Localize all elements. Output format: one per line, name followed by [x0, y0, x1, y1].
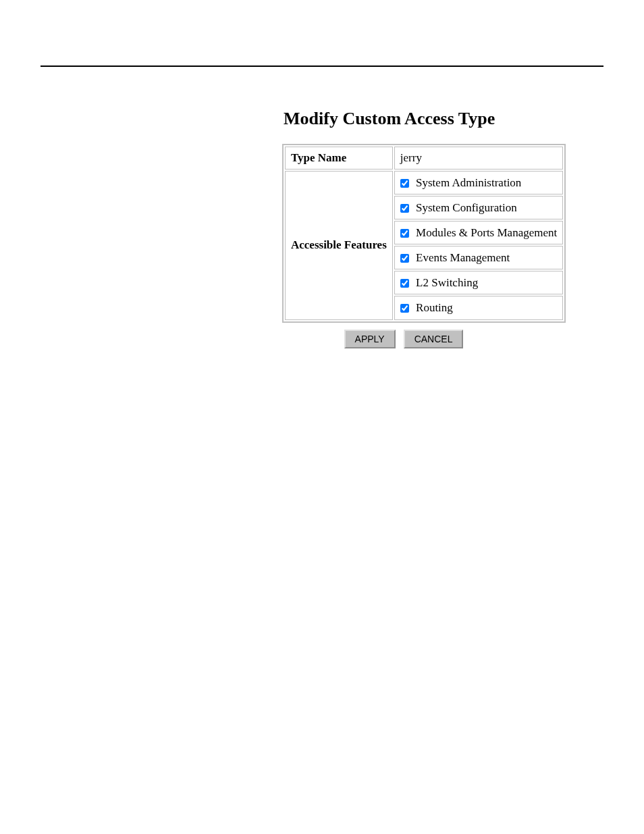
feature-label: System Administration — [416, 176, 521, 189]
feature-checkbox-system-configuration[interactable] — [400, 204, 409, 213]
feature-checkbox-events-management[interactable] — [400, 254, 409, 263]
cancel-button[interactable]: CANCEL — [404, 330, 464, 348]
page-title: Modify Custom Access Type — [284, 109, 603, 129]
feature-label: Routing — [416, 302, 453, 315]
feature-checkbox-routing[interactable] — [400, 304, 409, 313]
type-name-label: Type Name — [285, 147, 393, 170]
feature-checkbox-l2-switching[interactable] — [400, 279, 409, 288]
feature-label: System Configuration — [416, 201, 517, 214]
feature-label: Modules & Ports Management — [416, 226, 557, 239]
header-divider — [41, 66, 603, 67]
feature-checkbox-system-administration[interactable] — [400, 179, 409, 188]
accessible-features-label: Accessible Features — [285, 171, 393, 320]
access-type-table: Type Name jerry Accessible Features Syst… — [282, 144, 566, 323]
feature-label: L2 Switching — [416, 276, 478, 289]
apply-button[interactable]: APPLY — [344, 330, 396, 348]
feature-checkbox-modules-ports[interactable] — [400, 229, 409, 238]
feature-label: Events Management — [416, 251, 510, 264]
type-name-value: jerry — [394, 147, 563, 170]
